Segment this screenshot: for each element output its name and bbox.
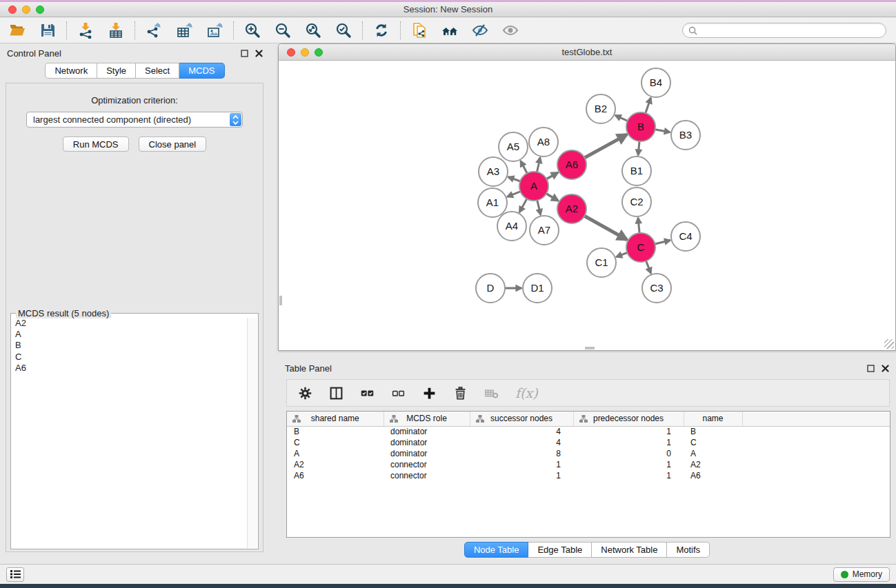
network-canvas[interactable]: AA1A2A3A4A5A6A7A8BB1B2B3B4CC1C2C3C4DD1: [279, 61, 895, 349]
graph-node-A6[interactable]: A6: [557, 150, 586, 179]
table-cell[interactable]: 1: [573, 437, 684, 448]
graph-node-C2[interactable]: C2: [622, 187, 651, 216]
graph-node-C[interactable]: C: [626, 233, 655, 262]
column-header[interactable]: shared name: [287, 412, 384, 426]
close-table-panel-icon[interactable]: [882, 365, 889, 372]
table-cell[interactable]: connector: [384, 459, 470, 470]
graph-node-D[interactable]: D: [476, 274, 505, 303]
import-table-button[interactable]: [107, 21, 125, 39]
graph-node-A5[interactable]: A5: [499, 132, 528, 161]
graph-node-B4[interactable]: B4: [641, 68, 670, 97]
tab-node-table[interactable]: Node Table: [464, 542, 529, 558]
graph-node-A7[interactable]: A7: [530, 216, 559, 245]
add-row-button[interactable]: [422, 386, 437, 401]
graph-node-B[interactable]: B: [626, 112, 655, 141]
home-button[interactable]: [441, 21, 459, 39]
table-row[interactable]: Adominator80A: [287, 448, 890, 459]
table-cell[interactable]: dominator: [384, 448, 470, 459]
graph-node-A1[interactable]: A1: [478, 188, 507, 217]
table-cell[interactable]: [742, 426, 890, 437]
graph-node-B3[interactable]: B3: [671, 121, 700, 150]
table-cell[interactable]: 1: [573, 470, 684, 481]
table-row[interactable]: Cdominator41C: [287, 437, 890, 448]
tab-network-table[interactable]: Network Table: [592, 542, 667, 558]
tab-motifs[interactable]: Motifs: [667, 542, 710, 558]
table-cell[interactable]: C: [684, 437, 742, 448]
table-cell[interactable]: [742, 437, 890, 448]
mcds-result-item[interactable]: B: [12, 340, 247, 351]
table-cell[interactable]: A2: [287, 459, 384, 470]
zoom-in-button[interactable]: [243, 21, 261, 39]
table-row[interactable]: A6connector11A6: [287, 470, 890, 481]
table-cell[interactable]: A: [287, 448, 384, 459]
node-table[interactable]: shared name MCDS role successor nodes pr…: [286, 411, 890, 538]
column-header[interactable]: name: [684, 412, 742, 426]
graph-node-C4[interactable]: C4: [671, 222, 700, 251]
table-cell[interactable]: A2: [684, 459, 742, 470]
canvas-hscroll-tick[interactable]: [585, 347, 595, 349]
export-image-button[interactable]: [206, 21, 223, 39]
table-cell[interactable]: 1: [573, 459, 684, 470]
table-row[interactable]: Bdominator41B: [287, 426, 890, 437]
close-panel-icon[interactable]: [255, 50, 263, 57]
table-cell[interactable]: 0: [573, 448, 684, 459]
graph-node-C1[interactable]: C1: [587, 248, 616, 277]
column-header[interactable]: [742, 412, 890, 426]
float-panel-icon[interactable]: [241, 50, 248, 57]
tab-mcds[interactable]: MCDS: [179, 63, 224, 79]
table-cell[interactable]: 4: [470, 426, 573, 437]
duplicate-network-button[interactable]: [410, 21, 428, 39]
table-cell[interactable]: B: [684, 426, 742, 437]
window-resize-grip[interactable]: [884, 339, 894, 349]
float-table-panel-icon[interactable]: [867, 365, 875, 372]
graph-node-B1[interactable]: B1: [622, 156, 651, 185]
mcds-result-item[interactable]: A2: [12, 318, 247, 329]
hide-preview-button[interactable]: [471, 21, 489, 39]
table-cell[interactable]: 1: [573, 426, 684, 437]
table-cell[interactable]: 8: [470, 448, 573, 459]
table-cell[interactable]: A: [684, 448, 742, 459]
mcds-result-item[interactable]: C: [12, 352, 247, 363]
tab-edge-table[interactable]: Edge Table: [528, 542, 592, 558]
table-cell[interactable]: [742, 470, 890, 481]
delete-row-button[interactable]: [453, 386, 468, 401]
table-cell[interactable]: dominator: [384, 437, 470, 448]
table-cell[interactable]: 4: [470, 437, 573, 448]
table-row[interactable]: A2connector11A2: [287, 459, 890, 470]
delete-table-button[interactable]: [484, 386, 499, 401]
table-settings-button[interactable]: [298, 386, 312, 401]
table-cell[interactable]: connector: [384, 470, 470, 481]
show-preview-button[interactable]: [501, 21, 519, 39]
search-input[interactable]: [701, 26, 880, 36]
graph-node-D1[interactable]: D1: [523, 274, 552, 303]
network-graph[interactable]: AA1A2A3A4A5A6A7A8BB1B2B3B4CC1C2C3C4DD1: [279, 61, 895, 349]
graph-node-A[interactable]: A: [519, 172, 548, 201]
table-cell[interactable]: dominator: [384, 426, 470, 437]
tab-select[interactable]: Select: [136, 63, 179, 79]
task-history-button[interactable]: [6, 567, 24, 582]
table-cell[interactable]: 1: [470, 470, 573, 481]
window-titlebar[interactable]: Session: New Session: [0, 2, 896, 17]
column-header[interactable]: successor nodes: [470, 412, 573, 426]
graph-node-A4[interactable]: A4: [497, 212, 526, 241]
select-all-button[interactable]: [360, 386, 375, 401]
function-builder-button[interactable]: f(x): [515, 385, 538, 401]
save-session-button[interactable]: [39, 21, 57, 39]
export-network-button[interactable]: [145, 21, 163, 39]
table-cell[interactable]: [742, 459, 890, 470]
mcds-result-item[interactable]: A6: [12, 363, 247, 374]
table-cell[interactable]: 1: [470, 459, 573, 470]
zoom-out-button[interactable]: [274, 21, 292, 39]
table-cell[interactable]: A6: [287, 470, 384, 481]
graph-node-A2[interactable]: A2: [557, 194, 586, 223]
column-header[interactable]: MCDS role: [384, 412, 470, 426]
graph-node-A3[interactable]: A3: [479, 157, 508, 186]
memory-button[interactable]: Memory: [833, 567, 890, 582]
table-columns-button[interactable]: [329, 386, 344, 401]
mcds-result-scrollbar[interactable]: [247, 318, 257, 548]
table-cell[interactable]: B: [287, 426, 384, 437]
deselect-all-button[interactable]: [391, 386, 406, 401]
search-box[interactable]: [682, 23, 886, 38]
table-cell[interactable]: A6: [684, 470, 742, 481]
graph-node-A8[interactable]: A8: [529, 128, 558, 156]
